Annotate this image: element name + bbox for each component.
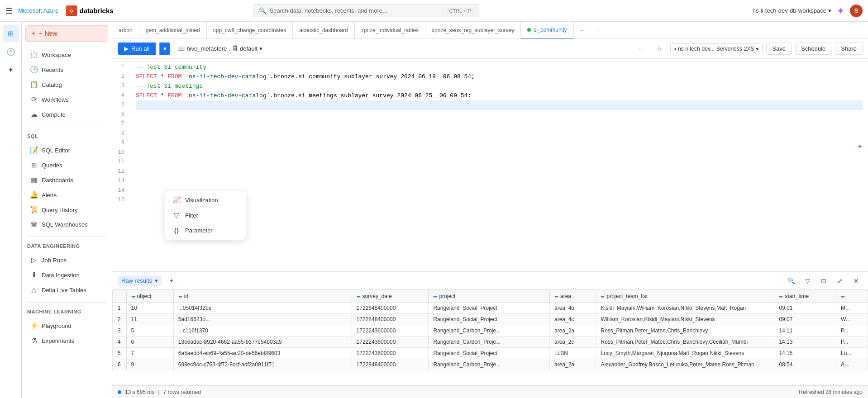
sidebar-item-delta-live-tables[interactable]: △ Delta Live Tables xyxy=(24,283,109,297)
experiments-icon: ⚗ xyxy=(30,336,38,345)
azure-label: Microsoft Azure xyxy=(18,7,59,14)
tabs-more-button[interactable]: ··· xyxy=(574,22,590,39)
ai-sparkle-icon[interactable]: ✦ xyxy=(837,5,844,16)
row-num-4: 4 xyxy=(113,336,126,348)
cell-start-time-5: 14:15 xyxy=(774,348,836,359)
icon-rail-home[interactable]: ⊞ xyxy=(3,25,19,42)
sidebar-item-alerts[interactable]: 🔔 Alerts xyxy=(24,188,109,202)
table-row: 4 6 13e6adac-8920-4662-aa55-b377e54b03a5… xyxy=(113,336,868,348)
run-dropdown-button[interactable]: ▾ xyxy=(159,43,170,55)
cluster-selector[interactable]: ▪ ns-ii-tech-dev... Serverless 2XS ▾ xyxy=(670,43,763,54)
ai-sparkle-editor-icon[interactable]: ✦ xyxy=(857,140,863,152)
user-avatar[interactable]: S xyxy=(850,5,863,17)
results-columns-button[interactable]: ⊟ xyxy=(817,275,830,287)
schedule-button[interactable]: Schedule xyxy=(795,43,831,55)
tab-xprize-sens[interactable]: xprize_sens_reg_sublayer_survey xyxy=(425,22,521,39)
col-header-id[interactable]: ⚌id xyxy=(173,290,352,303)
tab-arbon[interactable]: arbon xyxy=(112,22,139,39)
col-header-project[interactable]: ⚌project xyxy=(429,290,550,303)
queries-icon: ⊞ xyxy=(30,161,38,169)
nav-divider-ml xyxy=(27,302,106,303)
cell-project-6: Rangeland_Carbon_Proje... xyxy=(429,359,550,370)
sidebar-item-playground[interactable]: ⚡ Playground xyxy=(24,318,109,333)
share-button[interactable]: Share xyxy=(835,43,863,55)
toolbar-more-button[interactable]: ··· xyxy=(634,42,649,56)
new-button[interactable]: + + New xyxy=(25,25,108,42)
cell-extra-4: P... xyxy=(836,336,868,348)
results-tab-raw[interactable]: Raw results ▾ xyxy=(118,275,162,286)
cell-id-5: 6a5aedd4-eb69-4a55-ac20-de56eb8f9603 xyxy=(173,348,352,359)
workspace-selector[interactable]: ns-ii-tech-dev-db-workspace ▾ xyxy=(753,7,831,14)
menu-icon[interactable]: ☰ xyxy=(5,6,13,16)
cell-survey-date-5: 1722243600000 xyxy=(352,348,429,359)
results-tab-dropdown-icon[interactable]: ▾ xyxy=(155,277,158,284)
tab-acoustic-dashboard[interactable]: acoustic_dashboard xyxy=(293,22,354,39)
sidebar-item-query-history[interactable]: 📜 Query History xyxy=(24,203,109,217)
col-header-start-time[interactable]: ⚌start_time xyxy=(774,290,836,303)
toolbar-star-button[interactable]: ☆ xyxy=(652,42,667,56)
tab-cpp-label: cpp_cwfl_change_coordinates xyxy=(213,27,286,33)
sidebar-item-workspace[interactable]: ⬚ Workspace xyxy=(24,47,109,62)
search-shortcut: CTRL + P xyxy=(447,8,473,14)
catalog-selector[interactable]: 📖 hive_metastore . 🗄 default ▾ xyxy=(174,43,266,54)
dropdown-item-filter[interactable]: ▽ Filter xyxy=(165,208,246,223)
data-ingestion-icon: ⬇ xyxy=(30,271,38,279)
run-all-button[interactable]: ▶ Run all xyxy=(118,43,156,55)
sidebar-item-experiments-label: Experiments xyxy=(42,337,74,344)
nav-main-section: ⬚ Workspace 🕐 Recents 📋 Catalog ⟳ Workfl… xyxy=(22,45,112,124)
search-bar[interactable]: 🔍 Search data, notebooks, recents, and m… xyxy=(253,4,479,17)
sidebar-item-compute[interactable]: ☁ Compute xyxy=(24,107,109,122)
tab-xprize-individual[interactable]: xprize_individual_tables xyxy=(355,22,425,39)
results-add-tab-button[interactable]: + xyxy=(165,275,178,287)
cell-id-1: ...05014f32be xyxy=(173,303,352,314)
icon-rail-history[interactable]: 🕐 xyxy=(3,43,19,60)
sidebar-item-data-ingestion[interactable]: ⬇ Data Ingestion xyxy=(24,268,109,282)
sidebar-item-data-ingestion-label: Data Ingestion xyxy=(42,272,80,279)
playground-icon: ⚡ xyxy=(30,322,38,330)
results-search-button[interactable]: 🔍 xyxy=(785,275,797,287)
sidebar-item-job-runs[interactable]: ▷ Job Runs xyxy=(24,253,109,267)
sidebar-item-experiments[interactable]: ⚗ Experiments xyxy=(24,333,109,348)
code-line-1: -- Test SI community xyxy=(136,62,863,72)
sql-warehouses-icon: 🏛 xyxy=(30,221,38,228)
results-filter-button[interactable]: ▽ xyxy=(801,275,814,287)
tabs-bar: arbon gem_additional_joined cpp_cwfl_cha… xyxy=(112,22,868,39)
cell-object-4: 6 xyxy=(126,336,174,348)
table-row: 2 11 5ad16623o... 1722848400000 Rangelan… xyxy=(113,314,868,325)
cell-survey-date-4: 1722243600000 xyxy=(352,336,429,348)
compute-icon: ☁ xyxy=(30,110,38,118)
sidebar-item-sql-warehouses[interactable]: 🏛 SQL Warehouses xyxy=(24,218,109,232)
tab-si-community[interactable]: si_community xyxy=(521,22,573,39)
sql-editor-icon: 📝 xyxy=(30,146,38,154)
topbar-right: ns-ii-tech-dev-db-workspace ▾ ✦ S xyxy=(753,5,863,17)
col-header-project-team[interactable]: ⚌project_team_list xyxy=(596,290,774,303)
col-header-survey-date[interactable]: ⚌survey_date xyxy=(352,290,429,303)
cell-object-2: 11 xyxy=(126,314,174,325)
sidebar-item-recents[interactable]: 🕐 Recents xyxy=(24,62,109,77)
cell-project-1: Rangeland_Social_Project xyxy=(429,303,550,314)
cell-start-time-4: 14:13 xyxy=(774,336,836,348)
col-header-more[interactable]: ⚌ xyxy=(836,290,868,303)
dropdown-item-visualization[interactable]: 📈 Visualization xyxy=(165,192,246,208)
results-table-container[interactable]: ⚌object ⚌id ⚌survey_date ⚌project ⚌area … xyxy=(112,290,868,385)
sidebar-item-sql-editor[interactable]: 📝 SQL Editor xyxy=(24,143,109,157)
sidebar-item-catalog[interactable]: 📋 Catalog xyxy=(24,77,109,92)
col-header-object[interactable]: ⚌object xyxy=(126,290,174,303)
results-expand-button[interactable]: ⤢ xyxy=(834,275,846,287)
save-button[interactable]: Save xyxy=(766,43,792,55)
col-header-area[interactable]: ⚌area xyxy=(549,290,596,303)
cell-id-3: ...c116f1370 xyxy=(173,325,352,336)
tabs-add-button[interactable]: + xyxy=(590,22,606,39)
icon-rail-search[interactable]: ✦ xyxy=(3,62,19,78)
tab-cpp-cwfl[interactable]: cpp_cwfl_change_coordinates xyxy=(207,22,293,39)
toolbar-right: ··· ☆ ▪ ns-ii-tech-dev... Serverless 2XS… xyxy=(634,42,863,56)
cell-team-3: Ross_Pitman,Peter_Matee,Chris_Barichievy xyxy=(596,325,774,336)
results-close-button[interactable]: ✕ xyxy=(850,275,863,287)
row-num-6: 6 xyxy=(113,359,126,370)
tab-gem-additional-joined[interactable]: gem_additional_joined xyxy=(139,22,207,39)
sidebar-item-dashboards[interactable]: ▦ Dashboards xyxy=(24,173,109,187)
sidebar-item-workflows[interactable]: ⟳ Workflows xyxy=(24,92,109,107)
dropdown-item-parameter[interactable]: {} Parameter xyxy=(165,223,246,238)
workspace-chevron-icon: ▾ xyxy=(828,7,831,14)
sidebar-item-queries[interactable]: ⊞ Queries xyxy=(24,158,109,172)
